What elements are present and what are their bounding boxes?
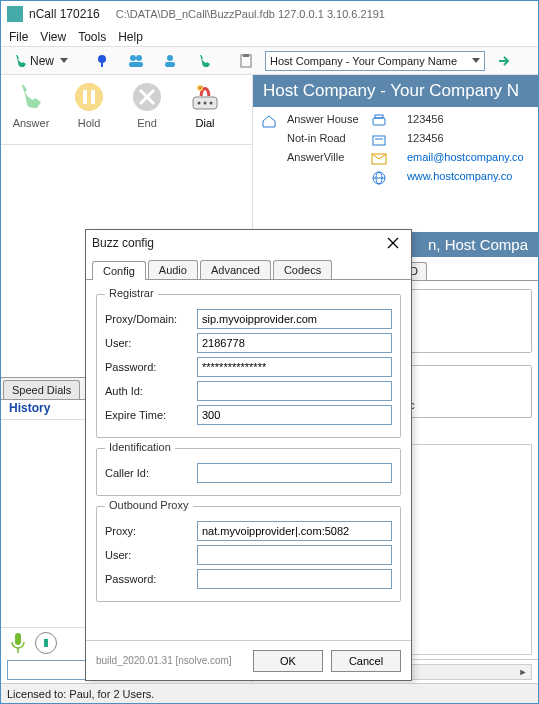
phone-icon <box>12 53 28 69</box>
addr2: Not-in Road <box>287 132 365 148</box>
tab-codecs[interactable]: Codecs <box>273 260 332 279</box>
chevron-down-icon <box>60 58 68 63</box>
addr1: Answer House <box>287 113 365 129</box>
menubar: File View Tools Help <box>1 27 538 47</box>
dial-button[interactable]: Dial <box>183 79 227 129</box>
pass-label: Password: <box>105 361 191 373</box>
svg-rect-30 <box>44 639 48 647</box>
menu-tools[interactable]: Tools <box>78 30 106 44</box>
stop-record-button[interactable] <box>35 632 57 654</box>
dialog-title: Buzz config <box>92 236 154 250</box>
svg-rect-19 <box>91 90 95 104</box>
statusbar: Licensed to: Paul, for 2 Users. <box>1 683 538 703</box>
menu-help[interactable]: Help <box>118 30 143 44</box>
callerid-label: Caller Id: <box>105 467 191 479</box>
app-title: nCall 170216 <box>29 7 100 21</box>
caller-id-input[interactable] <box>197 463 392 483</box>
pin-icon <box>94 53 110 69</box>
svg-point-17 <box>75 83 103 111</box>
svg-rect-6 <box>165 62 175 67</box>
end-icon <box>131 81 163 113</box>
microphone-icon[interactable] <box>9 632 27 654</box>
company-details: Answer House 123456 Not-in Road 123456 A… <box>253 107 538 192</box>
ok-button[interactable]: OK <box>253 650 323 672</box>
call-action-bar: Answer Hold End Dial <box>1 75 252 145</box>
outbound-proxy-input[interactable] <box>197 521 392 541</box>
cancel-button[interactable]: Cancel <box>331 650 401 672</box>
user-button[interactable] <box>155 50 185 72</box>
svg-point-24 <box>198 102 201 105</box>
company-website[interactable]: www.hostcompany.co <box>407 170 530 186</box>
svg-point-5 <box>167 55 173 61</box>
close-button[interactable] <box>381 233 405 253</box>
tab-advanced[interactable]: Advanced <box>200 260 271 279</box>
buzz-config-dialog: Buzz config Config Audio Advanced Codecs… <box>85 229 412 681</box>
app-icon <box>7 6 23 22</box>
svg-rect-1 <box>101 62 103 67</box>
clipboard-button[interactable] <box>231 50 261 72</box>
outbound-proxy-group: Outbound Proxy Proxy: User: Password: <box>96 506 401 602</box>
company-email[interactable]: email@hostcompany.co <box>407 151 530 167</box>
svg-rect-28 <box>15 633 21 645</box>
hold-button[interactable]: Hold <box>67 79 111 129</box>
phone2: 123456 <box>407 132 530 148</box>
dialog-titlebar: Buzz config <box>86 230 411 256</box>
globe-icon <box>371 170 387 186</box>
users-icon <box>128 53 144 69</box>
svg-point-3 <box>136 55 142 61</box>
registrar-user-input[interactable] <box>197 333 392 353</box>
host-select-text: Host Company - Your Company Name <box>270 55 457 67</box>
pin-button[interactable] <box>87 50 117 72</box>
outbound-password-input[interactable] <box>197 569 392 589</box>
ob-proxy-label: Proxy: <box>105 525 191 537</box>
hold-icon <box>73 81 105 113</box>
outbound-user-input[interactable] <box>197 545 392 565</box>
svg-point-25 <box>204 102 207 105</box>
registrar-password-input[interactable] <box>197 357 392 377</box>
clipboard-icon <box>238 53 254 69</box>
phone-small-icon <box>371 113 387 129</box>
svg-rect-4 <box>129 62 143 67</box>
stop-icon <box>41 638 51 648</box>
identification-group: Identification Caller Id: <box>96 448 401 496</box>
call-button[interactable] <box>189 50 219 72</box>
main-toolbar: New Host Company - Your Company Name <box>1 47 538 75</box>
proxy-label: Proxy/Domain: <box>105 313 191 325</box>
go-button[interactable] <box>489 50 519 72</box>
svg-rect-33 <box>373 136 385 145</box>
tab-config[interactable]: Config <box>92 261 146 280</box>
close-icon <box>387 237 399 249</box>
answer-icon <box>15 81 47 113</box>
registrar-group: Registrar Proxy/Domain: User: Password: … <box>96 294 401 438</box>
auth-id-input[interactable] <box>197 381 392 401</box>
book-button[interactable] <box>531 50 539 72</box>
db-path: C:\DATA\DB_nCall\BuzzPaul.fdb 127.0.0.1 … <box>116 8 385 20</box>
host-company-select[interactable]: Host Company - Your Company Name <box>265 51 485 71</box>
users-button[interactable] <box>121 50 151 72</box>
menu-file[interactable]: File <box>9 30 28 44</box>
dial-icon <box>187 79 223 115</box>
addr3: AnswerVille <box>287 151 365 167</box>
arrow-right-icon <box>496 53 512 69</box>
build-label: build_2020.01.31 [nsolve.com] <box>96 655 232 666</box>
end-button[interactable]: End <box>125 79 169 129</box>
dialog-tabs: Config Audio Advanced Codecs <box>86 256 411 280</box>
ob-user-label: User: <box>105 549 191 561</box>
expire-label: Expire Time: <box>105 409 191 421</box>
phone1: 123456 <box>407 113 530 129</box>
svg-rect-18 <box>83 90 87 104</box>
expire-time-input[interactable] <box>197 405 392 425</box>
ob-pass-label: Password: <box>105 573 191 585</box>
new-dropdown[interactable]: New <box>5 50 75 72</box>
dialog-footer: build_2020.01.31 [nsolve.com] OK Cancel <box>86 640 411 680</box>
svg-rect-8 <box>243 54 249 57</box>
email-icon <box>371 151 387 167</box>
menu-view[interactable]: View <box>40 30 66 44</box>
proxy-domain-input[interactable] <box>197 309 392 329</box>
answer-button[interactable]: Answer <box>9 79 53 129</box>
license-text: Licensed to: Paul, for 2 Users. <box>7 688 154 700</box>
scroll-right-icon[interactable]: ► <box>517 666 529 678</box>
tab-audio[interactable]: Audio <box>148 260 198 279</box>
new-label: New <box>30 54 54 68</box>
svg-point-26 <box>210 102 213 105</box>
